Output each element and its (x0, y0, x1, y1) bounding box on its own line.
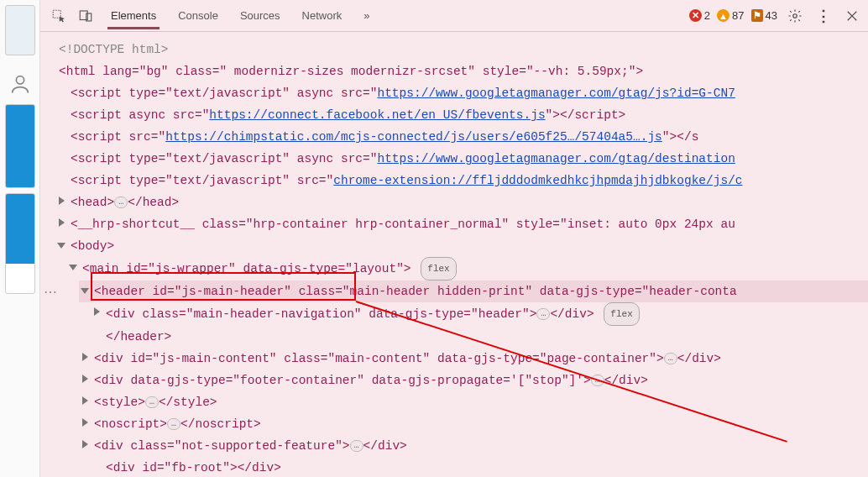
expand-icon[interactable] (59, 197, 65, 205)
ellipsis-icon[interactable]: … (114, 197, 128, 208)
ellipsis-icon[interactable]: … (591, 375, 604, 386)
expand-icon[interactable] (82, 418, 88, 427)
ellipsis-icon[interactable]: … (145, 396, 159, 408)
flag-icon: ⚑ (751, 9, 763, 22)
tree-line[interactable]: <body> (55, 235, 868, 257)
issues-count[interactable]: ⚑43 (751, 9, 777, 22)
device-toolbar-icon[interactable] (74, 4, 97, 28)
expand-icon[interactable] (82, 353, 88, 361)
error-icon: ✕ (689, 9, 702, 22)
expand-icon[interactable] (82, 440, 88, 448)
flex-badge[interactable]: flex (421, 257, 456, 280)
gear-icon[interactable] (784, 5, 806, 27)
expand-icon[interactable] (82, 375, 88, 383)
expand-icon[interactable] (82, 396, 88, 405)
tree-line[interactable]: <script type="text/javascript" async src… (55, 148, 868, 170)
expand-icon[interactable] (94, 307, 100, 316)
tree-line[interactable]: <noscript>…</noscript> (79, 413, 868, 435)
dom-tree[interactable]: <!DOCTYPE html> <html lang="bg" class=" … (40, 32, 868, 477)
devtools-tabs: Elements Console Sources Network » (107, 3, 374, 29)
svg-point-4 (793, 13, 797, 18)
ellipsis-icon[interactable]: … (536, 308, 550, 320)
warning-count[interactable]: ▲87 (717, 9, 744, 22)
flex-badge[interactable]: flex (604, 302, 639, 326)
page-preview-strip (0, 0, 40, 477)
kebab-icon[interactable]: ⋮ (813, 5, 834, 27)
tree-line[interactable]: <__hrp-shortcut__ class="hrp-container h… (55, 213, 868, 235)
tree-line-selected[interactable]: <header id="js-main-header" class="main-… (79, 280, 868, 302)
collapse-icon[interactable] (69, 265, 77, 270)
ellipsis-icon[interactable]: … (350, 440, 363, 452)
devtools-toolbar: Elements Console Sources Network » ✕2 ▲8… (40, 0, 868, 32)
tree-line[interactable]: <style>…</style> (79, 391, 868, 413)
error-count[interactable]: ✕2 (689, 9, 710, 22)
tab-elements[interactable]: Elements (107, 3, 159, 29)
tree-line[interactable]: <div id="js-main-content" class="main-co… (79, 348, 868, 370)
tab-console[interactable]: Console (175, 3, 222, 29)
tree-line[interactable]: <!DOCTYPE html> (44, 39, 868, 60)
warning-icon: ▲ (717, 9, 729, 22)
svg-point-0 (16, 76, 24, 84)
tree-line[interactable]: <div class="not-supported-feature">…</di… (79, 435, 868, 457)
tree-line[interactable]: <script async src="https://connect.faceb… (55, 104, 868, 126)
tree-line[interactable]: <div data-gjs-type="footer-container" da… (79, 370, 868, 391)
more-tabs-icon[interactable]: » (360, 3, 373, 29)
tree-line[interactable]: <script type="text/javascript" src="chro… (55, 170, 868, 191)
person-icon (8, 72, 32, 96)
tree-line[interactable]: <head>…</head> (55, 191, 868, 213)
tree-line[interactable]: <html lang="bg" class=" modernizr-sizes … (44, 60, 868, 82)
thumb-3 (5, 193, 35, 294)
inspect-element-icon[interactable] (47, 4, 71, 28)
thumb-2 (5, 104, 35, 188)
thumb-1 (5, 5, 35, 55)
tree-line[interactable]: <div id="fb-root"></div> (91, 457, 868, 477)
tree-line[interactable]: </header> (91, 326, 868, 348)
ellipsis-icon[interactable]: … (664, 353, 677, 364)
tree-line[interactable]: <main id="js-wrapper" data-gjs-type="lay… (67, 257, 868, 280)
close-icon[interactable] (841, 5, 863, 27)
ellipsis-icon[interactable]: … (167, 418, 180, 430)
collapse-icon[interactable] (81, 288, 89, 294)
tree-line[interactable]: <script src="https://chimpstatic.com/mcj… (55, 126, 868, 148)
collapse-icon[interactable] (57, 243, 65, 249)
tab-sources[interactable]: Sources (237, 3, 284, 29)
expand-icon[interactable] (59, 218, 65, 227)
devtools-panel: Elements Console Sources Network » ✕2 ▲8… (40, 0, 868, 477)
tree-line[interactable]: <script type="text/javascript" async src… (55, 82, 868, 104)
row-indicator-icon: ⋯ (44, 284, 58, 300)
tab-network[interactable]: Network (299, 3, 346, 29)
tree-line[interactable]: <div class="main-header-navigation" data… (91, 302, 868, 326)
